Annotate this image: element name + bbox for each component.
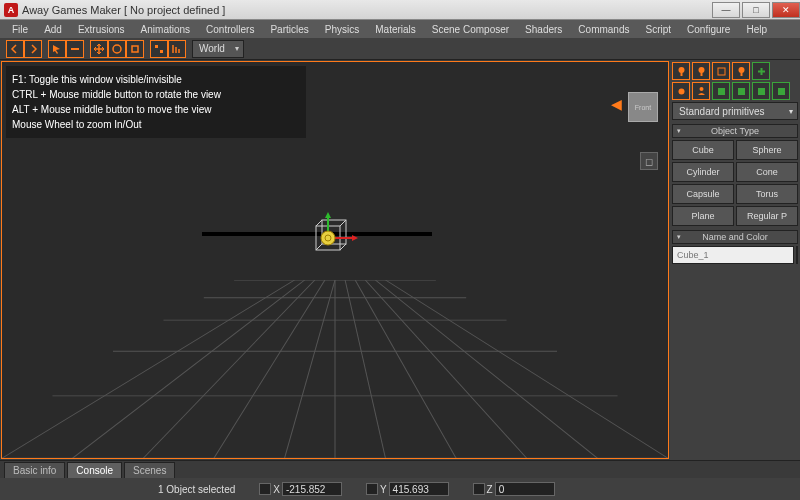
- panel-add-icon[interactable]: [752, 62, 770, 80]
- orientation-cube[interactable]: Front: [628, 92, 658, 122]
- tab-basic-info[interactable]: Basic info: [4, 462, 65, 478]
- svg-rect-3: [155, 45, 158, 48]
- menu-physics[interactable]: Physics: [317, 22, 367, 37]
- x-lock-checkbox[interactable]: [259, 483, 271, 495]
- right-panel: Standard primitives Object Type Cube Sph…: [670, 60, 800, 460]
- panel-icon-1[interactable]: [672, 62, 690, 80]
- svg-rect-37: [700, 72, 702, 76]
- help-overlay: F1: Toggle this window visible/invisible…: [6, 66, 306, 138]
- menu-particles[interactable]: Particles: [262, 22, 316, 37]
- tab-console[interactable]: Console: [67, 462, 122, 478]
- menu-controllers[interactable]: Controllers: [198, 22, 262, 37]
- window-close-button[interactable]: ✕: [772, 2, 800, 18]
- z-value-input[interactable]: 0: [495, 482, 555, 496]
- window-minimize-button[interactable]: —: [712, 2, 740, 18]
- coord-space-dropdown[interactable]: World: [192, 40, 244, 58]
- svg-rect-44: [738, 88, 745, 95]
- z-lock-checkbox[interactable]: [473, 483, 485, 495]
- window-titlebar: A Away Games Maker [ No project defined …: [0, 0, 800, 20]
- panel-icon-4[interactable]: [732, 62, 750, 80]
- svg-line-11: [345, 280, 385, 458]
- viewport-settings-icon[interactable]: ◻: [640, 152, 658, 170]
- obj-cylinder-button[interactable]: Cylinder: [672, 162, 734, 182]
- tab-scenes[interactable]: Scenes: [124, 462, 175, 478]
- window-maximize-button[interactable]: □: [742, 2, 770, 18]
- svg-rect-2: [132, 46, 138, 52]
- tool-undo-button[interactable]: [6, 40, 24, 58]
- menu-configure[interactable]: Configure: [679, 22, 738, 37]
- svg-line-27: [316, 244, 322, 250]
- svg-rect-38: [718, 68, 725, 75]
- obj-plane-button[interactable]: Plane: [672, 206, 734, 226]
- tool-snap-button[interactable]: [150, 40, 168, 58]
- obj-capsule-button[interactable]: Capsule: [672, 184, 734, 204]
- panel-green-4[interactable]: [772, 82, 790, 100]
- panel-icon-2[interactable]: [692, 62, 710, 80]
- svg-point-32: [321, 231, 335, 245]
- svg-line-14: [375, 280, 597, 458]
- bottom-tabs: Basic info Console Scenes: [0, 460, 800, 478]
- svg-rect-35: [680, 72, 682, 76]
- panel-icon-6[interactable]: [692, 82, 710, 100]
- obj-cone-button[interactable]: Cone: [736, 162, 798, 182]
- tool-scale-button[interactable]: [126, 40, 144, 58]
- help-line: ALT + Mouse middle button to move the vi…: [12, 102, 300, 117]
- obj-cube-button[interactable]: Cube: [672, 140, 734, 160]
- section-object-type[interactable]: Object Type: [672, 124, 798, 138]
- object-color-swatch[interactable]: [796, 246, 798, 264]
- viewport-3d[interactable]: F1: Toggle this window visible/invisible…: [1, 61, 669, 459]
- menu-commands[interactable]: Commands: [570, 22, 637, 37]
- svg-line-24: [316, 220, 322, 226]
- menu-file[interactable]: File: [4, 22, 36, 37]
- x-label: X: [273, 484, 280, 495]
- menu-help[interactable]: Help: [738, 22, 775, 37]
- floor-grid: [2, 280, 668, 458]
- svg-line-9: [285, 280, 335, 458]
- x-value-input[interactable]: -215.852: [282, 482, 342, 496]
- primitive-type-dropdown[interactable]: Standard primitives: [672, 102, 798, 120]
- tool-move-button[interactable]: [90, 40, 108, 58]
- tool-align-button[interactable]: [168, 40, 186, 58]
- tool-rotate-button[interactable]: [108, 40, 126, 58]
- main-toolbar: World: [0, 38, 800, 60]
- svg-line-5: [2, 280, 295, 458]
- menu-animations[interactable]: Animations: [133, 22, 198, 37]
- tool-link-button[interactable]: [66, 40, 84, 58]
- menu-shaders[interactable]: Shaders: [517, 22, 570, 37]
- svg-line-7: [143, 280, 315, 458]
- panel-green-3[interactable]: [752, 82, 770, 100]
- menu-materials[interactable]: Materials: [367, 22, 424, 37]
- svg-rect-40: [740, 72, 742, 76]
- tool-select-button[interactable]: [48, 40, 66, 58]
- z-label: Z: [487, 484, 493, 495]
- svg-line-12: [355, 280, 456, 458]
- obj-regularp-button[interactable]: Regular P: [736, 206, 798, 226]
- menu-add[interactable]: Add: [36, 22, 70, 37]
- menu-scene-composer[interactable]: Scene Composer: [424, 22, 517, 37]
- panel-icon-3[interactable]: [712, 62, 730, 80]
- panel-icon-5[interactable]: [672, 82, 690, 100]
- panel-green-1[interactable]: [712, 82, 730, 100]
- svg-line-13: [365, 280, 526, 458]
- object-name-input[interactable]: [672, 246, 794, 264]
- tool-redo-button[interactable]: [24, 40, 42, 58]
- y-value-input[interactable]: 415.693: [389, 482, 449, 496]
- svg-line-15: [385, 280, 668, 458]
- orient-arrow-icon[interactable]: ◀: [611, 96, 622, 112]
- svg-rect-0: [71, 48, 79, 50]
- window-title: Away Games Maker [ No project defined ]: [22, 4, 710, 16]
- svg-marker-29: [325, 212, 331, 218]
- obj-torus-button[interactable]: Torus: [736, 184, 798, 204]
- menu-extrusions[interactable]: Extrusions: [70, 22, 133, 37]
- obj-sphere-button[interactable]: Sphere: [736, 140, 798, 160]
- selected-object-gizmo[interactable]: [302, 212, 362, 276]
- panel-green-2[interactable]: [732, 82, 750, 100]
- menu-script[interactable]: Script: [637, 22, 679, 37]
- section-name-color[interactable]: Name and Color: [672, 230, 798, 244]
- status-bar: 1 Object selected X -215.852 Y 415.693 Z…: [0, 478, 800, 500]
- svg-point-41: [678, 88, 684, 94]
- menu-bar: File Add Extrusions Animations Controlle…: [0, 20, 800, 38]
- help-line: Mouse Wheel to zoom In/Out: [12, 117, 300, 132]
- y-lock-checkbox[interactable]: [366, 483, 378, 495]
- svg-point-1: [113, 45, 121, 53]
